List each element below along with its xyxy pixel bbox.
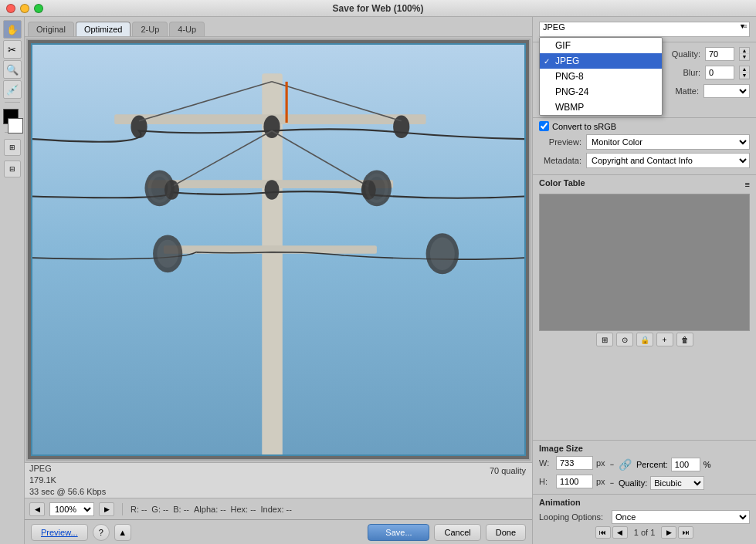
metadata-select[interactable]: Copyright and Contact Info: [586, 153, 750, 168]
tab-2up[interactable]: 2-Up: [132, 22, 168, 36]
svg-point-24: [157, 240, 178, 268]
hand-tool[interactable]: ✋: [3, 20, 22, 39]
index-value: Index: --: [261, 505, 292, 514]
blur-input[interactable]: [705, 66, 734, 79]
bottom-action-bar: Preview... ? ▲ Save... Cancel Done: [25, 519, 532, 544]
background-color[interactable]: [8, 118, 23, 133]
ct-lock-btn[interactable]: 🔒: [636, 333, 653, 346]
color-table-section: Color Table ≡ ⊞ ⊙ 🔒 + 🗑: [533, 175, 756, 440]
maximize-button[interactable]: [34, 4, 43, 13]
help-button[interactable]: ?: [93, 524, 110, 541]
looping-select[interactable]: Once Forever: [612, 510, 750, 524]
quality-stepper[interactable]: ▲ ▼: [739, 47, 750, 61]
anim-prev-btn[interactable]: ◀: [612, 526, 628, 539]
ct-web-btn[interactable]: ⊙: [616, 333, 633, 346]
width-row: W: px: [539, 456, 605, 470]
anim-next-btn[interactable]: ▶: [661, 526, 676, 539]
zoom-in-btn[interactable]: ▶: [99, 502, 114, 516]
image-size: 179.1K: [29, 475, 527, 486]
color-settings-section: Convert to sRGB Preview: Monitor Color M…: [533, 118, 756, 175]
quality-label: Quality:: [672, 49, 700, 59]
tab-optimized[interactable]: Optimized: [76, 22, 131, 36]
index-label: Index:: [261, 505, 284, 514]
preview-field-label: Preview:: [539, 137, 581, 147]
format-option-png8[interactable]: PNG-8: [540, 69, 662, 84]
slice-select-tool[interactable]: ✂: [3, 40, 22, 59]
blur-stepper[interactable]: ▲ ▼: [739, 66, 750, 79]
format-row: JPEG ▼ ≡ GIF ✓ JPEG PNG-8 PNG-24: [533, 17, 756, 42]
g-channel: G: --: [151, 505, 168, 514]
percent-row: Percent: %: [636, 458, 711, 471]
format-option-jpeg[interactable]: ✓ JPEG: [540, 53, 662, 69]
jpeg-label: JPEG: [555, 56, 579, 66]
g-label: G:: [151, 505, 161, 514]
save-label: Save...: [385, 528, 412, 537]
format-option-png24[interactable]: PNG-24: [540, 84, 662, 100]
save-button[interactable]: Save...: [368, 524, 429, 541]
width-label: W:: [539, 458, 553, 468]
zoom-out-btn[interactable]: ◀: [29, 502, 45, 516]
minimize-button[interactable]: [20, 4, 29, 13]
done-button[interactable]: Done: [486, 524, 526, 541]
blur-up[interactable]: ▲: [740, 66, 749, 73]
quality-down[interactable]: ▼: [740, 54, 749, 60]
image-size-label: Image Size: [539, 444, 750, 453]
matte-select[interactable]: [703, 84, 750, 98]
title-bar: Save for Web (100%): [0, 0, 756, 17]
view-toggle[interactable]: ⊟: [4, 160, 21, 177]
quality-input[interactable]: [705, 47, 734, 61]
ct-delete-btn[interactable]: 🗑: [676, 333, 693, 346]
gif-label: GIF: [555, 40, 571, 51]
metadata-field-label: Metadata:: [539, 156, 581, 165]
ct-map-btn[interactable]: ⊞: [596, 333, 613, 346]
format-option-gif[interactable]: GIF: [540, 38, 662, 53]
quality-up[interactable]: ▲: [740, 48, 749, 54]
tab-4up[interactable]: 4-Up: [169, 22, 205, 36]
width-input[interactable]: [556, 456, 593, 470]
hex-color-value: --: [250, 505, 256, 514]
b-label: B:: [173, 505, 181, 514]
preview-mode-button[interactable]: ⊞: [4, 139, 21, 156]
tab-original[interactable]: Original: [28, 22, 74, 36]
preview-select[interactable]: Monitor Color: [586, 134, 750, 150]
svg-point-22: [430, 238, 455, 270]
cancel-button[interactable]: Cancel: [434, 524, 480, 541]
close-button[interactable]: [6, 4, 15, 13]
b-value: --: [184, 505, 189, 514]
animation-label: Animation: [539, 498, 750, 507]
svg-point-20: [368, 177, 385, 200]
eyedropper-tool[interactable]: 💉: [3, 80, 22, 99]
image-quality: 70 quality: [490, 466, 526, 475]
left-toolbar: ✋ ✂ 🔍 💉 ⊞ ⊟: [0, 17, 25, 544]
preview-link[interactable]: Preview...: [41, 528, 78, 537]
blur-down[interactable]: ▼: [740, 73, 749, 79]
percent-label: Percent:: [636, 460, 668, 469]
cancel-label: Cancel: [444, 528, 470, 537]
extra-button[interactable]: ▲: [114, 524, 131, 541]
index-color-value: --: [286, 505, 291, 514]
image-container: [31, 43, 526, 456]
done-label: Done: [496, 528, 516, 537]
format-option-wbmp[interactable]: WBMP: [540, 100, 662, 115]
ct-add-btn[interactable]: +: [656, 333, 673, 346]
preview-button[interactable]: Preview...: [31, 524, 88, 541]
matte-label: Matte:: [675, 86, 699, 96]
anim-page-info: 1 of 1: [629, 528, 660, 537]
zoom-select[interactable]: 100% 50% 200%: [49, 502, 94, 516]
panel-options-icon[interactable]: ≡: [739, 20, 751, 32]
anim-last-btn[interactable]: ⏭: [678, 526, 693, 539]
format-dropdown[interactable]: JPEG ▼: [539, 22, 750, 37]
r-value: --: [141, 505, 147, 514]
anim-first-btn[interactable]: ⏮: [595, 526, 611, 539]
zoom-tool[interactable]: 🔍: [3, 60, 22, 79]
height-input[interactable]: [556, 475, 593, 488]
color-table-label: Color Table: [539, 178, 585, 188]
convert-srgb-label: Convert to sRGB: [552, 122, 616, 131]
convert-srgb-checkbox[interactable]: [539, 121, 549, 131]
color-table-options-icon[interactable]: ≡: [745, 180, 750, 189]
quality-resize-select[interactable]: Bicubic: [650, 476, 704, 490]
image-speed: 33 sec @ 56.6 Kbps: [29, 486, 527, 498]
link-icon[interactable]: 🔗: [619, 458, 632, 471]
percent-input[interactable]: [671, 458, 700, 471]
format-selected: JPEG: [543, 22, 565, 32]
